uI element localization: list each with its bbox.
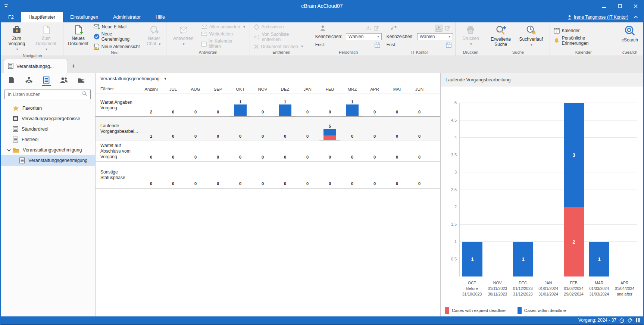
column-header-okt[interactable]: OKT bbox=[229, 87, 251, 91]
frist-date-unit[interactable]: 7 bbox=[446, 42, 451, 48]
sidebar-toolbar-participants-icon[interactable] bbox=[59, 77, 68, 86]
zum-dokument-button[interactable]: ZumDokument ▼ bbox=[31, 24, 61, 53]
drucken-button[interactable]: Drucken ▼ bbox=[458, 24, 484, 50]
zum-vorgang-button[interactable]: ZumVorgang ▼ bbox=[4, 24, 30, 53]
table-row-laufende-vorgangsbearbei-[interactable]: LaufendeVorgangsbearbei...1000000050000 bbox=[96, 117, 440, 141]
column-header-jan[interactable]: JAN bbox=[296, 87, 319, 91]
list-search-box[interactable] bbox=[4, 90, 91, 99]
neue-email-button[interactable]: Neue E-Mail bbox=[92, 24, 143, 30]
kennzeichen-select-unit[interactable]: Wählen▼ bbox=[417, 33, 453, 40]
pause-icon[interactable] bbox=[635, 318, 640, 323]
erweiterte-suche-button[interactable]: ErweiterteSuche bbox=[488, 24, 513, 50]
chart-bar-mar[interactable]: 1 bbox=[589, 242, 609, 276]
list-selector-dropdown[interactable]: Veranstaltungsgenehmigung ▼ bbox=[96, 73, 440, 84]
expander-chevron-icon[interactable] bbox=[5, 149, 13, 151]
column-header-mrz[interactable]: MRZ bbox=[341, 87, 363, 91]
neue-genehmigung-button[interactable]: Neue Genehmigung bbox=[92, 31, 143, 42]
person-icon bbox=[320, 25, 326, 31]
month-cell-value: 0 bbox=[408, 181, 431, 188]
sidebar-item-standardreol[interactable]: Standardreol bbox=[1, 124, 95, 134]
im-kalender-oeffnen-button[interactable]: 7Im Kalender öffnen bbox=[200, 38, 248, 49]
column-header-anzahl[interactable]: Anzahl bbox=[140, 87, 162, 91]
tag-icon[interactable] bbox=[627, 318, 633, 323]
button-label: Neue E-Mail bbox=[102, 24, 126, 29]
button-label: Dokument löschen bbox=[261, 44, 298, 49]
collapse-ribbon-icon[interactable] bbox=[632, 15, 640, 19]
ribbon-button-stack: Allen antworten▼Weiterleiten7Im Kalender… bbox=[200, 24, 248, 50]
antworten-button[interactable]: Antworten ▼ bbox=[169, 24, 198, 50]
neues-dokument-button[interactable]: NeuesDokument bbox=[66, 24, 90, 50]
sidebar-toolbar-file-icon[interactable] bbox=[7, 76, 16, 86]
list-search-input[interactable] bbox=[8, 92, 82, 97]
csearch-button[interactable]: cSearch bbox=[619, 24, 640, 50]
svg-text:7: 7 bbox=[556, 30, 557, 33]
neue-akteneinsicht-button[interactable]: Neue Akteneinsicht bbox=[92, 43, 143, 50]
column-header-jun[interactable]: JUN bbox=[408, 87, 431, 91]
allen-antworten-button[interactable]: Allen antworten▼ bbox=[200, 24, 248, 30]
column-header-feb[interactable]: FEB bbox=[319, 87, 341, 91]
dokument-loeschen-button[interactable]: Dokument löschen▼ bbox=[252, 44, 310, 50]
ribbon-group-kalender: 7KalenderPersönliche ErinnerungenKalende… bbox=[550, 22, 617, 56]
month-cell-bar[interactable]: 1 bbox=[274, 100, 296, 116]
table-row-wartet-auf-abschluss-vom-vorgang[interactable]: Wartet aufAbschluss vomVorgang0000000000… bbox=[96, 141, 440, 162]
menu-tab-hilfe[interactable]: Hilfe bbox=[148, 12, 172, 22]
persoenliche-erinnerungen-button[interactable]: Persönliche Erinnerungen bbox=[552, 35, 615, 46]
kalender-button[interactable]: 7Kalender bbox=[552, 27, 615, 34]
flag-download-icon[interactable] bbox=[365, 25, 371, 31]
sidebar-toolbar-folder-open-icon[interactable] bbox=[77, 77, 86, 86]
column-header-apr[interactable]: APR bbox=[363, 87, 386, 91]
maximize-button[interactable] bbox=[612, 0, 628, 12]
table-row-wartet-angaben-vorgang[interactable]: Wartet AngabenVorgang2000101001000 bbox=[96, 94, 440, 117]
column-header-dez[interactable]: DEZ bbox=[274, 87, 296, 91]
chart-bar-dec[interactable]: 1 bbox=[513, 242, 533, 276]
sidebar-toolbar-structure-icon[interactable] bbox=[24, 76, 33, 86]
close-button[interactable] bbox=[628, 0, 643, 12]
month-cell-bar[interactable]: 5 bbox=[319, 124, 341, 141]
current-user-link[interactable]: Irene Tangmose (IT Kontor) bbox=[567, 15, 628, 20]
month-cell-bar[interactable]: 1 bbox=[341, 100, 363, 116]
menu-tab-administrator[interactable]: Administrator bbox=[106, 12, 148, 22]
phase-label: Wartet AngabenVorgang bbox=[96, 100, 140, 111]
menu-tab-einstellungen[interactable]: Einstellungen bbox=[63, 12, 106, 22]
von-suchliste-entfernen-button[interactable]: Von Suchliste entfernen bbox=[252, 31, 310, 43]
chart-legend: Cases with expired deadlineCases within … bbox=[445, 307, 643, 314]
sidebar-item-verwaltungsregalergebnisse[interactable]: Verwaltungsregalergebnisse bbox=[1, 113, 95, 124]
column-header-aug[interactable]: AUG bbox=[184, 87, 207, 91]
mini-bar-expired-segment bbox=[323, 135, 336, 140]
list-outline-icon bbox=[19, 157, 25, 163]
column-header-nov[interactable]: NOV bbox=[251, 87, 274, 91]
tab-veranstaltungsgenehmigung[interactable]: Veranstaltungsg... bbox=[4, 59, 68, 73]
flag-edit-icon[interactable] bbox=[373, 25, 379, 31]
table-row-sonstige-statusphase[interactable]: SonstigeStatusphase0000000000000 bbox=[96, 162, 440, 188]
sidebar-item-fristreol[interactable]: Fristreol bbox=[1, 134, 95, 145]
flag-edit-icon[interactable] bbox=[445, 25, 451, 31]
column-header-sep[interactable]: SEP bbox=[207, 87, 229, 91]
sidebar-toolbar-list-view-icon[interactable] bbox=[42, 76, 51, 86]
stopwatch-icon[interactable] bbox=[619, 318, 625, 323]
month-cell-bar[interactable]: 1 bbox=[229, 100, 251, 116]
archivieren-button[interactable]: Archivieren bbox=[252, 24, 310, 30]
button-label: Kalender bbox=[562, 28, 579, 33]
sidebar-item-favoriten[interactable]: Favoriten bbox=[1, 103, 95, 113]
weiterleiten-button[interactable]: Weiterleiten bbox=[200, 31, 248, 37]
list-outline-icon bbox=[13, 126, 18, 132]
ribbon-group-csearch: cSearchcSearch bbox=[617, 22, 643, 56]
sidebar-item-veranstaltungsgenehmigung-selected[interactable]: Veranstaltungsgenehmigung bbox=[1, 155, 95, 166]
chart-bar-oct[interactable]: 1 bbox=[462, 242, 482, 276]
frist-date-personal[interactable]: 7 bbox=[375, 42, 380, 48]
column-header-mai[interactable]: MAI bbox=[386, 87, 408, 91]
new-tab-button[interactable]: + bbox=[68, 59, 79, 73]
chart-bar-feb[interactable]: 23 bbox=[564, 103, 584, 276]
menu-tab-hauptfenster[interactable]: Hauptfenster bbox=[21, 12, 63, 22]
suchverlauf-button[interactable]: Suchverlauf ▼ bbox=[515, 24, 547, 50]
menu-tab-f2[interactable]: F2 bbox=[1, 12, 21, 22]
neuer-chat-button[interactable]: NeuerChat ▼ bbox=[144, 24, 164, 50]
flag-download-selected-icon[interactable] bbox=[436, 25, 442, 31]
column-header-jul[interactable]: JUL bbox=[162, 87, 184, 91]
minimize-button[interactable] bbox=[596, 0, 612, 12]
kennzeichen-select-personal[interactable]: Wählen▼ bbox=[346, 33, 382, 40]
phase-table: FächerAnzahlJULAUGSEPOKTNOVDEZJANFEBMRZA… bbox=[96, 84, 440, 188]
column-header-fächer[interactable]: Fächer bbox=[96, 86, 140, 92]
dropdown-caret-icon: ▼ bbox=[182, 43, 185, 46]
sidebar-item-veranstaltungsgenehmigung[interactable]: Veranstaltungsgenehmigung bbox=[1, 145, 95, 155]
